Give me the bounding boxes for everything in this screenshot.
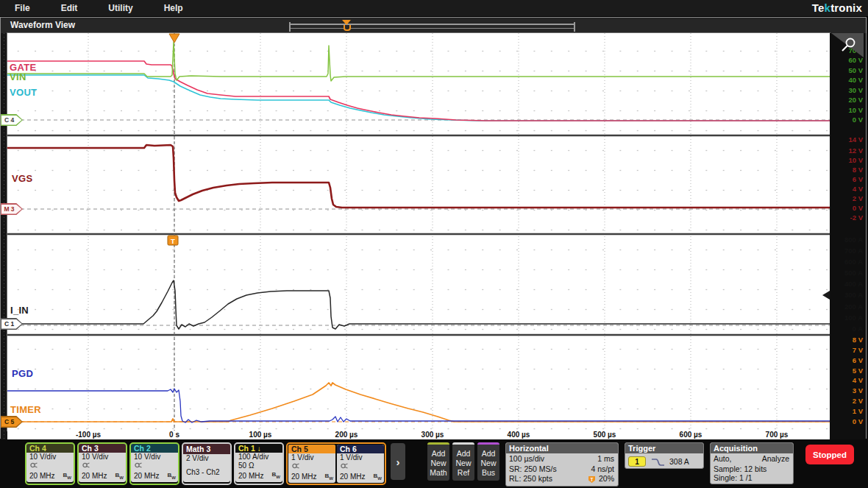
horizontal-row: RL: 250 kptsT 20%: [509, 474, 614, 484]
bandwidth-limit-icon: BW: [63, 471, 71, 482]
channel-badge-ch-2[interactable]: Ch 210 V/div20 MHzBW: [131, 444, 178, 482]
menu-item-help[interactable]: Help: [164, 3, 183, 13]
scale-label: 8 V: [853, 166, 863, 174]
scale-label: 4 V: [853, 377, 863, 384]
time-axis-label: 200 µs: [323, 431, 370, 439]
ground-badge-c4[interactable]: C 4: [0, 114, 23, 126]
acq-single: Single: 1 /1: [714, 473, 789, 482]
time-axis-label: -100 µs: [65, 431, 112, 439]
tab-waveform-view[interactable]: Waveform View: [10, 20, 75, 30]
channel-badge-label: Ch 2: [134, 444, 151, 453]
right-axis-gutter: 70 V60 V50 V40 V30 V20 V10 V0 V14 V12 V1…: [830, 33, 868, 439]
add-new-ref-button[interactable]: AddNewRef: [452, 442, 474, 481]
channel-badge-ch-3[interactable]: Ch 310 V/div20 MHzBW: [79, 444, 126, 482]
scrollbar-track: [291, 24, 574, 25]
channel-label-vout: VOUT: [10, 87, 37, 98]
horizontal-row: 100 µs/div1 ms: [509, 454, 614, 464]
scale-label: 40 V: [848, 77, 863, 84]
channel-badge-body: 10 V/div20 MHzBW: [26, 453, 74, 482]
scale-label: 800 A: [844, 236, 863, 244]
probe-icon: [134, 462, 143, 469]
scale-label: 20 V: [848, 96, 863, 104]
channel-badge-body: 10 V/div20 MHzBW: [131, 453, 178, 482]
trace-vout: [7, 75, 830, 121]
channel-badge-label: Ch 5: [291, 445, 308, 453]
scale-label: 0 V: [853, 116, 863, 124]
channel-badge-ch-1[interactable]: Ch 1↓100 A/div50 Ω20 MHzBW: [235, 444, 282, 482]
trigger-source-chip[interactable]: 1: [628, 456, 646, 467]
horizontal-percent: 20%: [597, 474, 614, 483]
channel-badge-math-3[interactable]: Math 32 V/divCh3 - Ch2: [183, 444, 230, 482]
trace-timer: [7, 383, 830, 422]
channel-badge-ch-4[interactable]: Ch 410 V/div20 MHzBW: [26, 444, 74, 482]
bandwidth-row: 20 MHzBW: [291, 472, 333, 483]
time-axis-label: 300 µs: [409, 431, 456, 439]
ground-badge-c1[interactable]: C 1: [0, 318, 23, 330]
scale-label: 5 V: [853, 367, 863, 375]
trigger-panel[interactable]: Trigger 1 308 A: [625, 442, 704, 469]
channel-badge-ch-6[interactable]: Ch 61 V/div20 MHzBW: [337, 445, 384, 483]
time-axis-label: 0 s: [151, 431, 198, 439]
horizontal-panel[interactable]: Horizontal 100 µs/div1 msSR: 250 MS/s4 n…: [505, 442, 619, 487]
trigger-level-arrow[interactable]: [822, 291, 830, 300]
scale-label: 100 A: [844, 314, 863, 322]
more-channels-button[interactable]: ›: [391, 443, 405, 480]
add-new-bus-button[interactable]: AddNewBus: [477, 442, 499, 481]
scale-label: 0 A: [853, 325, 863, 333]
pan-zoom-scrollbar[interactable]: [289, 22, 575, 32]
add-new-math-button[interactable]: AddNewMath: [427, 442, 449, 481]
scale-label: 10 V: [848, 107, 863, 114]
channel-badge-body: 1 V/div20 MHzBW: [288, 453, 335, 483]
channel-badge-header: Ch 6: [337, 445, 384, 453]
ground-badge-c5[interactable]: C 5: [0, 416, 23, 428]
scale-label: 6 V: [853, 176, 863, 183]
menu-item-file[interactable]: File: [15, 3, 30, 13]
channel-badge-label: Ch 1: [238, 444, 255, 453]
scale-label: 300 A: [844, 291, 863, 299]
badge-group: Ch 210 V/div20 MHzBW: [129, 442, 179, 485]
scale-label: 1 V: [853, 408, 863, 415]
scale-label: 6 V: [853, 357, 863, 364]
waveform-canvas: T: [7, 33, 830, 431]
bandwidth-value: 20 MHz: [291, 473, 316, 481]
channel-badge-body: 2 V/divCh3 - Ch2: [183, 454, 230, 482]
expansion-point-marker-icon[interactable]: [342, 20, 351, 25]
horizontal-row-left: SR: 250 MS/s: [509, 464, 557, 475]
stopped-button[interactable]: Stopped: [805, 445, 854, 464]
channel-badge-ch-5[interactable]: Ch 51 V/div20 MHzBW: [288, 445, 335, 483]
channel-badge-body: 1 V/div20 MHzBW: [337, 453, 384, 483]
scale-label: 12 V: [848, 147, 863, 155]
bandwidth-row: 20 MHzBW: [29, 471, 71, 482]
bandwidth-limit-icon: BW: [115, 471, 124, 482]
horizontal-row: SR: 250 MS/s4 ns/pt: [509, 464, 614, 475]
trigger-position-marker[interactable]: [169, 34, 179, 43]
acq-mode: Auto,: [714, 454, 732, 464]
channel-label-pgd: PGD: [12, 368, 33, 379]
badge-group: Ch 1↓100 A/div50 Ω20 MHzBW: [234, 442, 284, 485]
channel-badge-header: Math 3: [183, 444, 230, 454]
trace-vgs: [7, 145, 830, 208]
acq-analyze: Analyze: [762, 454, 789, 464]
channel-badge-label: Ch 3: [82, 444, 99, 453]
ground-badge-m3[interactable]: M 3: [0, 203, 23, 215]
expansion-point-handle[interactable]: [344, 25, 351, 31]
channel-label-timer: TIMER: [10, 404, 41, 415]
left-ruler: [0, 33, 7, 439]
time-axis-label: 400 µs: [495, 431, 542, 439]
zoom-corner-button[interactable]: [828, 33, 867, 60]
trigger-flag-label: T: [171, 237, 175, 245]
scale-per-div: 10 V/div: [82, 453, 124, 462]
scale-per-div: 1 V/div: [340, 453, 382, 462]
scale-label: 8 V: [853, 336, 863, 344]
horizontal-row-right: 4 ns/pt: [591, 464, 614, 475]
channel-badge-header: Ch 3: [79, 444, 126, 453]
waveform-plot-area[interactable]: T: [7, 33, 830, 431]
menu-item-edit[interactable]: Edit: [61, 3, 78, 13]
horizontal-row-right: T 20%: [588, 474, 614, 484]
bandwidth-limit-icon: BW: [272, 470, 280, 481]
acquisition-panel[interactable]: Acquisition Auto,Analyze Sample: 12 bits…: [710, 442, 794, 484]
menu-item-utility[interactable]: Utility: [108, 3, 132, 13]
probe-icon: [82, 462, 91, 469]
coupling-row: [134, 462, 176, 471]
bandwidth-value: 20 MHz: [134, 472, 159, 481]
